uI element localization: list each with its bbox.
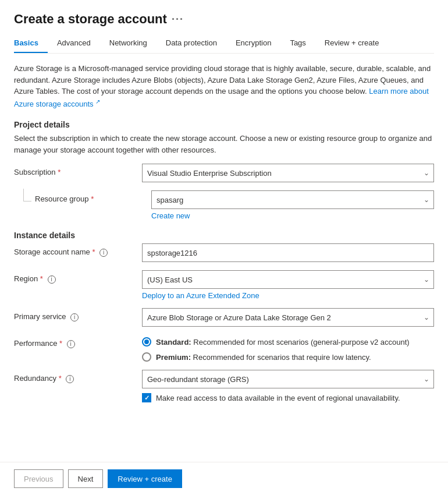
performance-standard-label: Standard: Recommended for most scenarios… [156, 338, 410, 346]
main-content: Create a storage account ··· Basics Adva… [0, 0, 448, 462]
primary-service-select[interactable]: Azure Blob Storage or Azure Data Lake St… [142, 308, 434, 327]
resource-group-row: Resource group * spasarg ⌄ Create new [23, 190, 434, 220]
instance-details-title: Instance details [14, 231, 434, 240]
performance-row: Performance * i Standard: Recommended fo… [14, 335, 434, 362]
tab-bar: Basics Advanced Networking Data protecti… [14, 34, 434, 54]
storage-account-name-label: Storage account name * i [14, 243, 142, 257]
review-create-button[interactable]: Review + create [108, 469, 182, 488]
performance-info-icon[interactable]: i [67, 340, 75, 348]
resource-group-label: Resource group * [35, 195, 94, 203]
primary-service-select-wrapper: Azure Blob Storage or Azure Data Lake St… [142, 308, 434, 327]
subscription-row: Subscription * Visual Studio Enterprise … [14, 164, 434, 182]
performance-control: Standard: Recommended for most scenarios… [142, 335, 434, 362]
page-container: Create a storage account ··· Basics Adva… [0, 0, 448, 495]
resource-group-select[interactable]: spasarg [151, 190, 434, 209]
primary-service-row: Primary service i Azure Blob Storage or … [14, 308, 434, 327]
deploy-link[interactable]: Deploy to an Azure Extended Zone [142, 291, 434, 300]
create-new-link[interactable]: Create new [151, 211, 434, 220]
subscription-select-wrapper: Visual Studio Enterprise Subscription ⌄ [142, 164, 434, 182]
performance-premium-radio[interactable] [142, 352, 151, 362]
performance-standard-radio[interactable] [142, 337, 151, 346]
tab-tags[interactable]: Tags [280, 34, 315, 53]
performance-standard-dot [144, 340, 149, 344]
storage-name-info-icon[interactable]: i [99, 249, 108, 257]
primary-service-control: Azure Blob Storage or Azure Data Lake St… [142, 308, 434, 327]
redundancy-checkbox[interactable]: ✓ [142, 393, 151, 402]
redundancy-checkbox-label: Make read access to data available in th… [156, 394, 400, 402]
tab-advanced[interactable]: Advanced [48, 34, 100, 53]
page-title: Create a storage account ··· [14, 12, 434, 27]
storage-account-name-row: Storage account name * i [14, 243, 434, 262]
checkmark-icon: ✓ [144, 394, 150, 402]
performance-premium-label: Premium: Recommended for scenarios that … [156, 353, 371, 362]
tab-encryption[interactable]: Encryption [226, 34, 280, 53]
resource-group-label-wrapper: Resource group * [23, 190, 151, 203]
redundancy-info-icon[interactable]: i [66, 375, 74, 383]
primary-service-info-icon[interactable]: i [70, 313, 79, 321]
project-details-title: Project details [14, 120, 434, 129]
subscription-required: * [58, 168, 61, 176]
indent-connector [23, 189, 31, 201]
tab-networking[interactable]: Networking [100, 34, 157, 53]
redundancy-checkbox-row: ✓ Make read access to data available in … [142, 393, 434, 402]
next-button[interactable]: Next [68, 469, 104, 488]
storage-account-name-control [142, 243, 434, 262]
redundancy-control: Geo-redundant storage (GRS) ⌄ ✓ Make rea… [142, 370, 434, 402]
project-details-description: Select the subscription in which to crea… [14, 133, 434, 155]
region-control: (US) East US ⌄ Deploy to an Azure Extend… [142, 270, 434, 300]
performance-premium-option[interactable]: Premium: Recommended for scenarios that … [142, 352, 434, 362]
region-select-wrapper: (US) East US ⌄ [142, 270, 434, 289]
subscription-select[interactable]: Visual Studio Enterprise Subscription [142, 164, 434, 182]
performance-standard-option[interactable]: Standard: Recommended for most scenarios… [142, 337, 434, 346]
region-select[interactable]: (US) East US [142, 270, 434, 289]
footer: Previous Next Review + create [0, 462, 448, 495]
resource-group-control: spasarg ⌄ Create new [151, 190, 434, 220]
page-description: Azure Storage is a Microsoft-managed ser… [14, 63, 434, 109]
previous-button[interactable]: Previous [14, 469, 63, 488]
tab-review-create[interactable]: Review + create [315, 34, 389, 53]
subscription-control: Visual Studio Enterprise Subscription ⌄ [142, 164, 434, 182]
tab-data-protection[interactable]: Data protection [157, 34, 226, 53]
redundancy-select-wrapper: Geo-redundant storage (GRS) ⌄ [142, 370, 434, 388]
external-link-icon: ↗ [95, 98, 100, 105]
region-label: Region * i [14, 270, 142, 284]
resource-group-select-wrapper: spasarg ⌄ [151, 190, 434, 209]
redundancy-row: Redundancy * i Geo-redundant storage (GR… [14, 370, 434, 402]
subscription-label: Subscription * [14, 164, 142, 176]
primary-service-label: Primary service i [14, 308, 142, 321]
tab-basics[interactable]: Basics [14, 34, 48, 53]
performance-label: Performance * i [14, 335, 142, 348]
redundancy-label: Redundancy * i [14, 370, 142, 383]
storage-account-name-input[interactable] [142, 243, 434, 262]
page-title-text: Create a storage account [14, 12, 167, 27]
redundancy-select[interactable]: Geo-redundant storage (GRS) [142, 370, 434, 388]
performance-radio-group: Standard: Recommended for most scenarios… [142, 335, 434, 362]
region-info-icon[interactable]: i [48, 275, 56, 284]
region-row: Region * i (US) East US ⌄ Deploy to an A… [14, 270, 434, 300]
page-title-dots: ··· [172, 13, 184, 26]
